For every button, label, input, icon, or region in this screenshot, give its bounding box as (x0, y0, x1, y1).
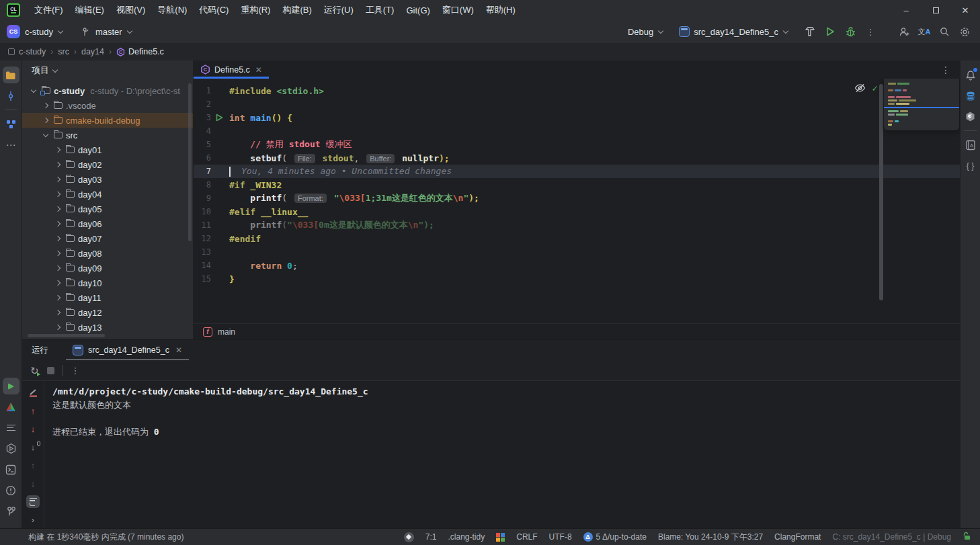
build-button[interactable] (801, 23, 819, 40)
cmake-tool-button[interactable] (3, 399, 19, 415)
down-stack-trace-icon[interactable]: ↓ (26, 477, 40, 490)
status-widget-icon[interactable] (404, 532, 414, 542)
tree-chevron-icon[interactable] (55, 236, 60, 241)
menu-item[interactable]: 编辑(E) (69, 0, 110, 20)
more-tool-windows-button[interactable]: ⋯ (3, 136, 19, 153)
status-widget-.clang-tidy[interactable]: .clang-tidy (448, 532, 485, 542)
database-tool-button[interactable] (962, 87, 979, 104)
tree-item-src[interactable]: src (22, 128, 193, 142)
tree-chevron-icon[interactable] (55, 251, 60, 256)
code-line[interactable]: 3int main() { (194, 111, 960, 124)
status-widget-UTF-8[interactable]: UTF-8 (549, 532, 572, 542)
tree-vertical-scrollbar[interactable] (188, 83, 192, 241)
hide-inspections-eye-icon[interactable] (854, 83, 866, 93)
code-line[interactable]: 11 printf("\033[0m这是默认颜色的文本\n"); (194, 218, 960, 232)
code-line[interactable]: 13 (194, 245, 960, 259)
todo-tool-button[interactable] (3, 419, 19, 436)
tree-item-c-study[interactable]: c-studyc-study - D:\project\c-st (22, 83, 193, 98)
settings-button[interactable] (956, 23, 973, 40)
code-line[interactable]: 15} (194, 272, 960, 286)
menu-item[interactable]: 构建(B) (276, 0, 317, 20)
tree-item-cmake-build-debug[interactable]: cmake-build-debug (22, 113, 193, 128)
tree-item-day10[interactable]: day10 (22, 276, 193, 290)
project-widget[interactable]: CS c-study (7, 25, 69, 38)
run-line-icon[interactable] (216, 114, 223, 122)
tree-item-day02[interactable]: day02 (22, 157, 193, 172)
more-actions-button[interactable]: ⋮ (862, 23, 879, 40)
tree-chevron-icon[interactable] (55, 310, 60, 315)
maximize-button[interactable] (921, 0, 950, 20)
menu-item[interactable]: 帮助(H) (480, 0, 522, 20)
menu-item[interactable]: 运行(U) (318, 0, 360, 20)
breadcrumb-item[interactable]: src (58, 47, 69, 56)
prev-message-icon[interactable]: ↑ (26, 405, 40, 417)
menu-item[interactable]: 工具(T) (360, 0, 401, 20)
tree-item-day13[interactable]: day13 (22, 320, 193, 335)
tree-chevron-icon[interactable] (55, 295, 60, 300)
tree-item-day11[interactable]: day11 (22, 290, 193, 305)
minimap[interactable] (884, 79, 959, 130)
code-line[interactable]: 1#include <stdio.h> (194, 84, 960, 97)
soft-wrap-icon[interactable] (26, 495, 40, 508)
next-message-icon[interactable]: ↓ (26, 423, 40, 435)
stop-button[interactable] (47, 367, 54, 374)
status-widget-Blame:[interactable]: Blame: You 24-10-9 下午3:27 (658, 532, 763, 543)
tree-item-day08[interactable]: day08 (22, 246, 193, 261)
debug-button[interactable] (842, 23, 859, 40)
commit-tool-button[interactable] (3, 87, 19, 104)
project-tool-button[interactable] (3, 67, 19, 83)
run-tool-button[interactable] (3, 378, 19, 394)
close-tab-icon[interactable]: ✕ (255, 65, 262, 75)
status-widget-CRLF[interactable]: CRLF (516, 532, 537, 542)
expand-gutter-icon[interactable]: › (26, 513, 40, 526)
tree-chevron-icon[interactable] (31, 87, 36, 92)
tree-chevron-icon[interactable] (55, 206, 60, 212)
code-line[interactable]: 8#if _WIN32 (194, 178, 960, 192)
tree-item-day12[interactable]: day12 (22, 305, 193, 320)
tree-item-.vscode[interactable]: .vscode (22, 98, 193, 113)
structure-braces-button[interactable]: { } (962, 157, 979, 174)
tree-item-day07[interactable]: day07 (22, 231, 193, 246)
tree-item-day09[interactable]: day09 (22, 261, 193, 276)
menu-item[interactable]: Git(G) (400, 0, 436, 20)
tree-chevron-icon[interactable] (55, 192, 60, 197)
status-widget-ClangFormat[interactable]: ClangFormat (774, 532, 821, 542)
status-widget-5[interactable]: Δ5 Δ/up-to-date (583, 532, 647, 542)
tree-chevron-icon[interactable] (55, 280, 60, 286)
vcs-branch-widget[interactable]: master (81, 27, 138, 37)
code-line[interactable]: 9 printf( Format: "\033[1;31m这是红色的文本\n")… (194, 192, 960, 205)
tree-item-day05[interactable]: day05 (22, 202, 193, 216)
tree-chevron-icon[interactable] (43, 103, 48, 108)
minimize-button[interactable]: – (891, 0, 921, 20)
tree-chevron-icon[interactable] (55, 162, 60, 167)
close-run-tab-icon[interactable]: ✕ (175, 345, 182, 355)
up-stack-trace-icon[interactable]: ↑ (26, 459, 40, 472)
run-more-options-icon[interactable]: ⋮ (71, 366, 80, 376)
rerun-button[interactable]: ↻ (30, 366, 39, 376)
git-tool-button[interactable] (3, 503, 19, 519)
breadcrumb-item[interactable]: day14 (81, 47, 104, 56)
menu-item[interactable]: 视图(V) (110, 0, 151, 20)
code-editor[interactable]: 1#include <stdio.h>23int main() {45 // 禁… (194, 79, 960, 323)
problems-tool-button[interactable] (3, 482, 19, 499)
code-line[interactable]: 5 // 禁用 stdout 缓冲区 (194, 138, 960, 151)
breadcrumb-item[interactable]: c-study (19, 47, 46, 56)
code-line[interactable]: 2 (194, 97, 960, 111)
ai-assistant-button[interactable] (962, 108, 979, 125)
tree-item-day03[interactable]: day03 (22, 172, 193, 187)
menu-item[interactable]: 重构(R) (235, 0, 276, 20)
status-widget-C:[interactable]: C: src_day14_Define5_c | Debug (832, 532, 951, 542)
code-line[interactable]: 12#endif (194, 232, 960, 245)
menu-item[interactable]: 导航(N) (151, 0, 193, 20)
config-selector[interactable]: Debug (628, 27, 669, 37)
search-everywhere-button[interactable] (936, 23, 953, 40)
run-tab[interactable]: src_day14_Define5_c ✕ (66, 340, 189, 360)
documentation-button[interactable]: A (962, 136, 979, 153)
terminal-tool-button[interactable] (3, 461, 19, 478)
tree-chevron-icon[interactable] (55, 147, 60, 153)
tree-item-day04[interactable]: day04 (22, 187, 193, 202)
project-panel-header[interactable]: 项目 (22, 60, 193, 81)
code-line[interactable]: 4 (194, 124, 960, 138)
menu-item[interactable]: 窗口(W) (436, 0, 480, 20)
close-button[interactable]: ✕ (950, 0, 980, 20)
